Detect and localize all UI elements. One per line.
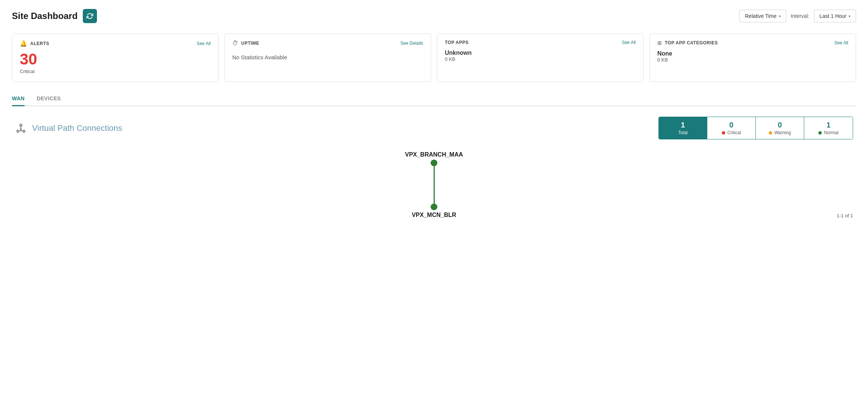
header-left: Site Dashboard [12,9,97,23]
svg-point-0 [17,130,19,132]
top-app-categories-icon: ⊞ [657,40,662,46]
top-app-categories-card: ⊞ TOP APP CATEGORIES See All None 0 KB [650,34,856,82]
relative-time-dropdown[interactable]: Relative Time ▾ [739,10,786,22]
refresh-button[interactable] [83,9,97,23]
vpc-header: Virtual Path Connections 1 Total 0 Criti… [15,117,853,139]
bottom-node: VPX_MCN_BLR [412,204,456,218]
header: Site Dashboard Relative Time ▾ Interval:… [12,9,856,23]
node-line [434,166,435,204]
stat-critical-label: Critical [727,130,741,135]
tabs-row: WAN DEVICES [12,95,856,106]
uptime-card: ⏱ UPTIME See Details No Statistics Avail… [224,34,431,82]
stat-warning-label-row: Warning [769,130,791,135]
stat-critical-label-row: Critical [722,130,741,135]
top-app-categories-title-row: ⊞ TOP APP CATEGORIES [657,40,718,46]
uptime-icon: ⏱ [232,40,238,47]
vpc-title: Virtual Path Connections [32,123,122,133]
alerts-card: 🔔 ALERTS See All 30 Critical [12,34,218,82]
node-bottom-label: VPX_MCN_BLR [412,212,456,218]
interval-label: Interval: [791,13,809,19]
top-apps-size: 0 KB [445,56,636,62]
alerts-icon: 🔔 [20,40,27,47]
stat-total: 1 Total [659,117,707,139]
stat-normal-label: Normal [824,130,839,135]
uptime-see-details-link[interactable]: See Details [400,41,423,46]
alerts-sub: Critical [20,69,211,74]
stat-normal-number: 1 [826,121,830,129]
cards-row: 🔔 ALERTS See All 30 Critical ⏱ UPTIME Se… [12,34,856,82]
stat-total-label: Total [678,130,688,135]
header-right: Relative Time ▾ Interval: Last 1 Hour ▾ [739,10,856,22]
alerts-title-row: 🔔 ALERTS [20,40,49,47]
svg-point-1 [23,130,25,132]
stat-total-label-row: Total [678,130,688,135]
stats-bar: 1 Total 0 Critical 0 Warnin [658,117,853,139]
alerts-title: ALERTS [30,41,49,46]
top-app-categories-header: ⊞ TOP APP CATEGORIES See All [657,40,848,46]
tab-devices[interactable]: DEVICES [37,95,61,106]
diagram-wrapper: VPX_BRANCH_MAA VPX_MCN_BLR 1-1 of 1 [15,151,853,218]
node-top-label: VPX_BRANCH_MAA [405,151,463,158]
node-bottom-dot [431,204,437,210]
top-apps-card: TOP APPS See All Unknown 0 KB [437,34,644,82]
page-title: Site Dashboard [12,11,78,21]
stat-normal: 1 Normal [804,117,853,139]
chevron-down-icon: ▾ [779,14,781,18]
uptime-no-data: No Statistics Available [232,51,423,63]
vpc-section: Virtual Path Connections 1 Total 0 Criti… [12,117,856,218]
top-apps-title: TOP APPS [445,40,469,45]
top-app-categories-name: None [657,50,848,57]
pagination-info: 1-1 of 1 [837,213,853,218]
alerts-count: 30 [20,51,211,67]
uptime-card-header: ⏱ UPTIME See Details [232,40,423,47]
relative-time-label: Relative Time [745,13,777,19]
stat-warning: 0 Warning [756,117,804,139]
alerts-card-header: 🔔 ALERTS See All [20,40,211,47]
stat-warning-number: 0 [778,121,782,129]
alerts-see-all-link[interactable]: See All [197,41,211,46]
stat-critical: 0 Critical [707,117,756,139]
stat-total-number: 1 [681,121,685,129]
top-app-categories-title: TOP APP CATEGORIES [665,40,718,45]
vpc-title-row: Virtual Path Connections [15,122,122,134]
normal-dot-icon [818,131,822,135]
chevron-down-icon-2: ▾ [849,14,850,18]
top-app-categories-size: 0 KB [657,57,848,63]
virtual-path-icon [15,122,27,134]
uptime-title: UPTIME [241,41,259,46]
critical-dot-icon [722,131,725,135]
page-container: Site Dashboard Relative Time ▾ Interval:… [0,0,868,413]
top-apps-see-all-link[interactable]: See All [622,40,636,45]
top-apps-name: Unknown [445,50,636,56]
top-apps-title-row: TOP APPS [445,40,469,45]
top-app-categories-see-all-link[interactable]: See All [834,40,848,45]
tab-wan[interactable]: WAN [12,95,25,106]
uptime-title-row: ⏱ UPTIME [232,40,259,47]
interval-label-value: Last 1 Hour [820,13,846,19]
network-diagram: VPX_BRANCH_MAA VPX_MCN_BLR [15,151,853,218]
stat-normal-label-row: Normal [818,130,839,135]
interval-dropdown[interactable]: Last 1 Hour ▾ [814,10,856,22]
top-apps-card-header: TOP APPS See All [445,40,636,45]
stat-warning-label: Warning [774,130,791,135]
warning-dot-icon [769,131,772,135]
stat-critical-number: 0 [729,121,733,129]
node-top-dot [431,160,437,166]
